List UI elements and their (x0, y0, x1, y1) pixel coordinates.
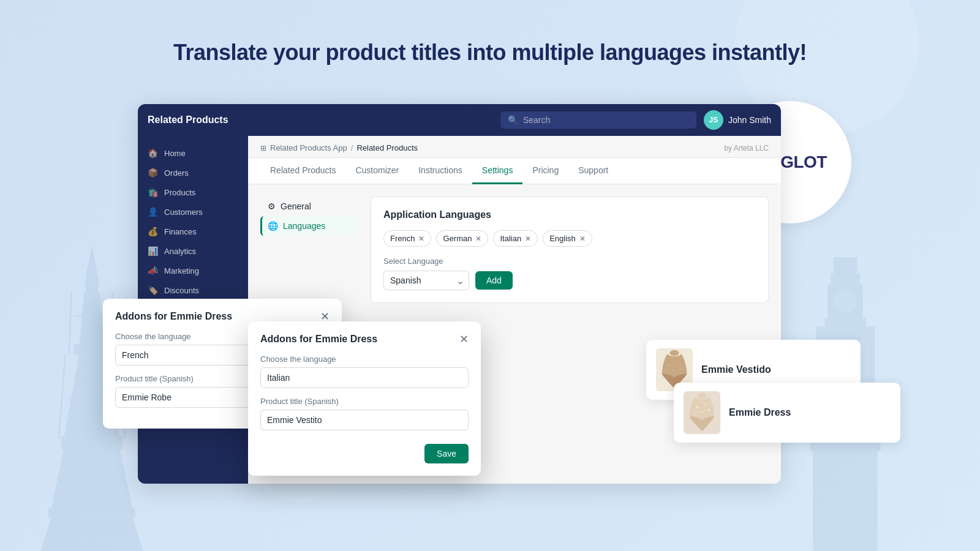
lang-tag-french-label: French (390, 234, 415, 243)
sidebar-label-marketing: Marketing (164, 266, 199, 276)
breadcrumb-separator: / (351, 143, 353, 152)
remove-italian-button[interactable]: ✕ (525, 234, 531, 243)
sidebar-label-customers: Customers (164, 208, 203, 217)
tab-customizer[interactable]: Customizer (345, 158, 409, 184)
settings-section-title: Application Languages (383, 209, 756, 220)
settings-nav-languages-label: Languages (283, 221, 325, 231)
dialog-italian-lang-input[interactable] (260, 367, 469, 388)
breadcrumb-app[interactable]: Related Products App (270, 143, 347, 152)
products-icon: 🛍️ (148, 187, 158, 197)
discounts-icon: 🏷️ (148, 285, 158, 295)
sidebar-item-products[interactable]: 🛍️ Products (138, 182, 248, 202)
search-placeholder-text: Search (523, 115, 550, 125)
sidebar-item-home[interactable]: 🏠 Home (138, 143, 248, 163)
settings-sidebar: ⚙ General 🌐 Languages (260, 197, 358, 303)
gear-icon: ⚙ (268, 201, 276, 211)
svg-point-37 (707, 409, 710, 411)
sidebar-label-products: Products (164, 188, 195, 197)
product-name-vestido: Emmie Vestido (701, 364, 771, 375)
user-avatar: JS (704, 110, 723, 130)
svg-rect-5 (61, 437, 123, 449)
dialog-french-title: Addons for Emmie Dress (115, 311, 232, 322)
settings-main-panel: Application Languages French ✕ German ✕ … (371, 197, 769, 303)
tab-instructions[interactable]: Instructions (409, 158, 472, 184)
svg-point-32 (680, 367, 682, 370)
svg-point-34 (696, 406, 699, 408)
dialog-italian-save-button[interactable]: Save (424, 444, 469, 463)
dialog-french-close-button[interactable]: ✕ (320, 311, 330, 322)
search-bar[interactable]: 🔍 Search (500, 111, 696, 129)
dialog-italian-product-title-input[interactable] (260, 410, 469, 430)
svg-marker-0 (85, 245, 100, 286)
sidebar-label-finances: Finances (164, 227, 197, 236)
dialog-italian-close-button[interactable]: ✕ (459, 334, 469, 345)
tab-pricing[interactable]: Pricing (522, 158, 568, 184)
sidebar-item-finances[interactable]: 💰 Finances (138, 222, 248, 241)
add-language-button[interactable]: Add (475, 271, 513, 290)
sidebar-item-customers[interactable]: 👤 Customers (138, 202, 248, 222)
dialog-italian-product-title-label: Product title (Spanish) (260, 397, 469, 406)
breadcrumb-current: Related Products (356, 143, 418, 152)
svg-marker-8 (41, 518, 143, 551)
svg-point-35 (704, 403, 706, 405)
svg-rect-1 (86, 285, 98, 293)
main-heading: Translate your product titles into multi… (0, 40, 980, 66)
product-card-dress: Emmie Dress (674, 383, 900, 443)
svg-point-36 (701, 411, 703, 413)
customers-icon: 👤 (148, 207, 158, 217)
svg-marker-6 (51, 449, 132, 510)
settings-nav-general[interactable]: ⚙ General (260, 197, 358, 216)
lang-tag-german: German ✕ (436, 230, 488, 247)
dialog-italian-lang-label: Choose the language (260, 354, 469, 364)
svg-line-11 (59, 354, 66, 438)
sidebar-item-marketing[interactable]: 📣 Marketing (138, 261, 248, 280)
lang-tag-italian-label: Italian (500, 234, 521, 243)
orders-icon: 📦 (148, 168, 158, 178)
marketing-icon: 📣 (148, 266, 158, 276)
language-select[interactable]: French German Italian English Spanish Po… (383, 271, 469, 290)
translate-icon: 🌐 (268, 221, 278, 231)
analytics-icon: 📊 (148, 246, 158, 256)
dialog-italian-title: Addons for Emmie Dress (260, 334, 377, 345)
svg-point-31 (673, 369, 674, 371)
product-thumb-dress (684, 391, 720, 434)
breadcrumb-icon: ⊞ (260, 144, 266, 152)
sidebar-item-analytics[interactable]: 📊 Analytics (138, 241, 248, 261)
user-name: John Smith (728, 115, 771, 125)
tab-related-products[interactable]: Related Products (260, 158, 345, 184)
svg-point-30 (676, 362, 678, 364)
nav-title: Related Products (148, 114, 228, 126)
remove-german-button[interactable]: ✕ (475, 234, 481, 243)
dialog-italian-header: Addons for Emmie Dress ✕ (260, 334, 469, 345)
dialog-italian: Addons for Emmie Dress ✕ Choose the lang… (248, 321, 481, 476)
product-name-dress: Emmie Dress (729, 407, 791, 418)
sidebar-label-orders: Orders (164, 168, 189, 178)
language-tags-container: French ✕ German ✕ Italian ✕ English (383, 230, 756, 247)
lang-tag-english: English ✕ (543, 230, 592, 247)
svg-point-38 (693, 413, 695, 415)
lang-tag-french: French ✕ (383, 230, 431, 247)
settings-nav-languages[interactable]: 🌐 Languages (260, 216, 358, 236)
svg-rect-16 (831, 274, 860, 285)
tab-settings[interactable]: Settings (472, 158, 523, 184)
dialog-french-header: Addons for Emmie Dress ✕ (115, 311, 330, 322)
sidebar-item-discounts[interactable]: 🏷️ Discounts (138, 280, 248, 300)
remove-english-button[interactable]: ✕ (579, 234, 586, 243)
user-area: JS John Smith (704, 110, 771, 130)
lang-tag-german-label: German (443, 234, 472, 243)
finances-icon: 💰 (148, 227, 158, 236)
remove-french-button[interactable]: ✕ (418, 234, 424, 243)
home-icon: 🏠 (148, 148, 158, 158)
svg-point-33 (698, 393, 707, 399)
svg-rect-15 (834, 257, 857, 275)
settings-content: ⚙ General 🌐 Languages Application Langua… (248, 184, 781, 315)
sidebar-label-analytics: Analytics (164, 247, 196, 256)
sidebar-item-orders[interactable]: 📦 Orders (138, 163, 248, 182)
by-arteta: by Arteta LLC (724, 144, 769, 152)
tab-support[interactable]: Support (568, 158, 618, 184)
svg-point-29 (668, 364, 670, 367)
svg-rect-21 (810, 442, 880, 451)
lang-select-wrapper: French German Italian English Spanish Po… (383, 271, 469, 290)
svg-marker-2 (79, 293, 105, 347)
svg-rect-19 (824, 318, 865, 328)
